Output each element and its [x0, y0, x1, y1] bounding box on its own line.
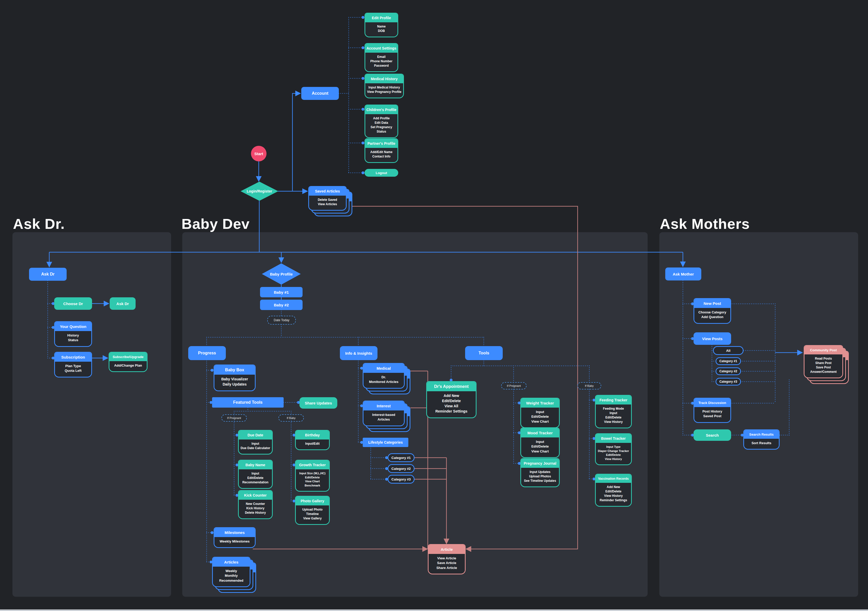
logout-button[interactable]: Logout [364, 169, 398, 177]
subscribe-upgrade-card-line: Add/Change Plan [110, 363, 146, 368]
ask-dr-button[interactable]: Ask Dr [29, 268, 67, 281]
community-post-card-body: Read PostsShare PostSave PostAnswer/Comm… [804, 354, 842, 378]
feeding-tracker-card-line: Feeding Mode [597, 407, 630, 411]
info-insights-button-label: Info & Insights [345, 351, 372, 356]
interest-card-body: Interest-basedArticles [363, 410, 404, 426]
feeding-tracker-card-body: Feeding ModeInputEdit/DeleteView History [596, 404, 631, 428]
all-pill[interactable]: All [713, 346, 744, 355]
bottom-edge-strip [0, 609, 868, 611]
lifestyle-categories-bar[interactable]: Lifestyle Categories [363, 438, 408, 447]
category-2-pill-label: Category #2 [392, 467, 411, 471]
partners-profile-card-title: Partner's Profile [365, 139, 397, 148]
due-date-card[interactable]: Due DateInputDue Date Calculator [238, 430, 273, 454]
mothers-category-2-pill[interactable]: Category #2 [716, 367, 741, 375]
interest-card[interactable]: InterestInterest-basedArticles [363, 401, 405, 426]
community-post-card-line: Read Posts [806, 356, 841, 361]
feeding-tracker-card[interactable]: Feeding TrackerFeeding ModeInputEdit/Del… [595, 395, 632, 428]
view-posts-button[interactable]: View Posts [693, 332, 731, 345]
kick-counter-card[interactable]: Kick CounterNew CounterKick HistoryDelet… [238, 490, 273, 519]
edit-profile-card[interactable]: Edit ProfileNameDOB [364, 13, 398, 37]
account-settings-card-line: Password [366, 64, 397, 68]
drs-appointment-card-line: Edit/Delete [428, 398, 475, 404]
if-pregnant-condition-2[interactable]: If Pregnant [501, 382, 527, 389]
bowel-tracker-card[interactable]: Bowel TrackerInput TypeDiaper Change Tra… [595, 433, 632, 465]
partners-profile-card-line: Contact Info [366, 154, 397, 159]
if-baby-condition-1[interactable]: If Baby [279, 414, 304, 421]
medical-card-body: Dr.Monitored Articles [363, 373, 404, 388]
birthday-card[interactable]: BirthdayInput/Edit [295, 430, 330, 450]
start-node[interactable]: Start [251, 146, 267, 162]
articles-card-line: Recommended [214, 578, 249, 583]
baby-name-card[interactable]: Baby NameInputEdit/DeleteRecommendation [238, 460, 273, 489]
birthday-card-line: Input/Edit [297, 442, 328, 446]
all-pill-label: All [726, 349, 731, 353]
milestones-card[interactable]: MilestonesWeekly Milestones [214, 527, 256, 548]
drs-appointment-card[interactable]: Dr's AppointmentAdd NewEdit/DeleteView A… [426, 381, 476, 418]
search-button-label: Search [706, 433, 719, 437]
search-results-card[interactable]: Search ResultsSort Results [743, 429, 780, 449]
subscription-card-line: Plan Type [56, 364, 90, 368]
baby-1-button[interactable]: Baby #1 [260, 287, 302, 297]
share-updates-button[interactable]: Share Updates [299, 397, 337, 409]
weight-tracker-card-line: Input [522, 410, 558, 414]
ask-dr-button-label: Ask Dr [41, 272, 55, 277]
ask-dr-action-button[interactable]: Ask Dr [110, 297, 136, 310]
childrens-profile-card[interactable]: Children's ProfileAdd ProfileEdit DataSe… [364, 104, 398, 138]
mood-tracker-card-line: Input [522, 440, 558, 444]
bowel-tracker-card-body: Input TypeDiaper Change TrackerEdit/Dele… [596, 443, 631, 465]
mothers-category-1-pill[interactable]: Category #1 [716, 357, 741, 365]
account-button-label: Account [312, 91, 329, 96]
subscription-card[interactable]: SubscriptionPlan TypeQuota Left [54, 352, 92, 378]
baby-profile-decision[interactable]: Baby Profile [262, 263, 301, 285]
vaccination-records-card-line: Edit/Delete [597, 489, 630, 494]
account-settings-card[interactable]: Account SettingsEmailPhone NumberPasswor… [364, 43, 398, 72]
articles-card[interactable]: ArticlesWeeklyMonthlyRecommended [212, 557, 250, 587]
info-insights-button[interactable]: Info & Insights [340, 346, 377, 360]
articles-card-line: Weekly [214, 569, 249, 574]
partners-profile-card[interactable]: Partner's ProfileAdd/Edit NameContact In… [364, 138, 398, 163]
medical-history-card[interactable]: Medical HistoryInput Medical HistoryView… [364, 74, 404, 98]
vaccination-records-card[interactable]: Vaccination RecordsAdd NewEdit/DeleteVie… [595, 474, 632, 507]
date-today-condition[interactable]: Date Today [267, 316, 296, 325]
weight-tracker-card[interactable]: Weight TrackerInputEdit/DeleteView Chart [520, 398, 560, 428]
mood-tracker-card[interactable]: Mood TrackerInputEdit/DeleteView Chart [520, 428, 560, 458]
if-pregnant-condition-1[interactable]: If Pregnant [222, 414, 247, 421]
mothers-category-3-pill[interactable]: Category #3 [716, 378, 741, 386]
category-2-pill[interactable]: Category #2 [388, 464, 415, 473]
kick-counter-card-line: New Counter [240, 502, 271, 506]
featured-tools-bar[interactable]: Featured Tools [212, 397, 284, 407]
photo-gallery-card[interactable]: Photo GalleryUpload PhotoTimelineView Ga… [295, 496, 330, 525]
community-post-card-line: Share Post [806, 361, 841, 365]
baby-box-card[interactable]: Baby BoxBaby VisualizerDaily Updates [214, 365, 256, 391]
tools-button-label: Tools [479, 351, 489, 356]
tools-button[interactable]: Tools [465, 346, 503, 360]
category-3-pill[interactable]: Category #3 [388, 475, 415, 484]
account-settings-card-line: Phone Number [366, 59, 397, 64]
if-baby-condition-2[interactable]: If Baby [577, 382, 601, 389]
account-button[interactable]: Account [301, 87, 339, 100]
weight-tracker-card-line: Edit/Delete [522, 414, 558, 419]
new-post-card[interactable]: New PostChoose CategoryAdd Question [693, 298, 731, 324]
growth-tracker-card[interactable]: Growth TrackerInput Size (W,L,HC)Edit/De… [295, 460, 330, 492]
ask-mother-button[interactable]: Ask Mother [665, 267, 701, 280]
search-button[interactable]: Search [693, 429, 731, 441]
article-card[interactable]: ArticleView ArticleSave ArticleShare Art… [428, 544, 466, 574]
your-question-card[interactable]: Your QuestionHistoryStatus [54, 321, 92, 347]
category-1-pill[interactable]: Category #1 [388, 453, 415, 462]
community-post-card[interactable]: Community PostRead PostsShare PostSave P… [804, 345, 843, 378]
choose-dr-button[interactable]: Choose Dr [54, 297, 92, 310]
progress-button[interactable]: Progress [188, 346, 226, 360]
childrens-profile-card-line: Add Profile [366, 116, 397, 121]
bowel-tracker-card-title: Bowel Tracker [596, 434, 631, 443]
partners-profile-card-body: Add/Edit NameContact Info [365, 148, 397, 162]
medical-card[interactable]: MedicalDr.Monitored Articles [363, 363, 405, 389]
saved-articles-card[interactable]: Saved ArticlesDelete SavedView Articles [308, 186, 347, 211]
subscribe-upgrade-card[interactable]: Subscribe/UpgradeAdd/Change Plan [108, 352, 147, 372]
track-discussion-card[interactable]: Track DiscussionPost HistorySaved Post [693, 398, 731, 423]
pregnancy-journal-card[interactable]: Pregnancy JournalInput UpdatesUpload Pho… [520, 458, 560, 487]
mood-tracker-card-title: Mood Tracker [521, 428, 559, 437]
login-register-decision[interactable]: Login/Register [240, 182, 278, 201]
baby-name-card-title: Baby Name [239, 460, 272, 470]
account-settings-card-title: Account Settings [365, 44, 397, 53]
baby-2-button[interactable]: Baby #2 [260, 300, 302, 310]
